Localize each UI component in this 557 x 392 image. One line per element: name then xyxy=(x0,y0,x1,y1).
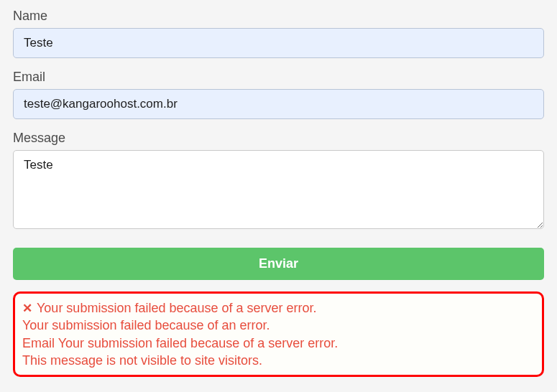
email-input[interactable] xyxy=(13,89,544,119)
error-line-1: Your submission failed because of a serv… xyxy=(37,299,317,317)
email-group: Email xyxy=(13,70,544,119)
name-label: Name xyxy=(13,9,544,24)
error-line-3: Email Your submission failed because of … xyxy=(22,335,535,352)
message-label: Message xyxy=(13,131,544,146)
name-group: Name xyxy=(13,9,544,58)
message-group: Message xyxy=(13,131,544,232)
contact-form: Name Email Message Enviar xyxy=(13,9,544,280)
name-input[interactable] xyxy=(13,28,544,58)
error-first-row: ✕ Your submission failed because of a se… xyxy=(22,299,535,317)
close-icon[interactable]: ✕ xyxy=(22,302,32,314)
message-textarea[interactable] xyxy=(13,150,544,229)
submit-button[interactable]: Enviar xyxy=(13,248,544,280)
email-label: Email xyxy=(13,70,544,85)
error-box: ✕ Your submission failed because of a se… xyxy=(13,291,544,377)
error-line-2: Your submission failed because of an err… xyxy=(22,317,535,334)
error-line-4: This message is not visible to site visi… xyxy=(22,352,535,369)
